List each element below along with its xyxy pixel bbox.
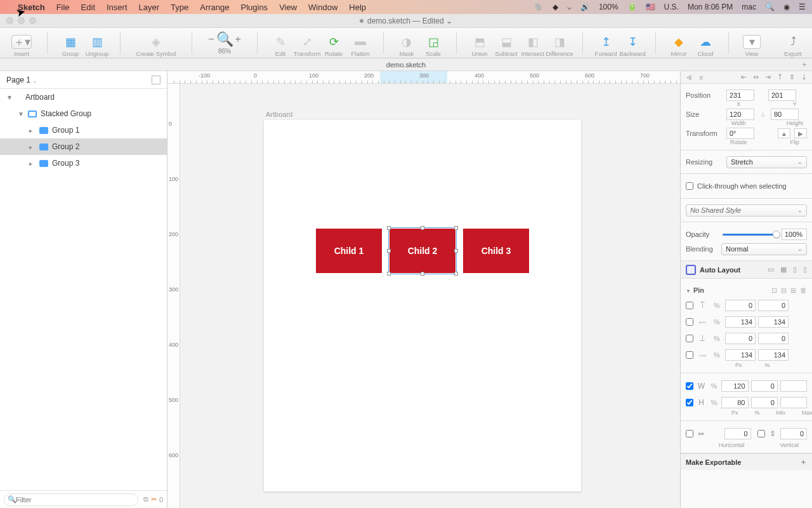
mirror-button[interactable]: ◆Mirror: [666, 29, 691, 57]
align-h-left-icon[interactable]: ⇤: [741, 73, 747, 81]
menu-edit[interactable]: Edit: [81, 3, 95, 12]
pin-top-check[interactable]: [686, 302, 693, 309]
dim-w-max[interactable]: [780, 380, 807, 392]
align-v-bottom-icon[interactable]: ⤓: [801, 73, 807, 81]
rotate-button[interactable]: ⟳Rotate: [321, 29, 346, 57]
wifi-icon[interactable]: ⌵: [567, 3, 572, 11]
pin-top-value2[interactable]: 0: [758, 300, 789, 311]
pin-right-value2[interactable]: 134: [758, 349, 789, 361]
opacity-input[interactable]: [782, 229, 807, 240]
union-button[interactable]: ⬒Union: [467, 29, 492, 57]
pages-dropdown[interactable]: Page 1 ⌄: [0, 71, 167, 89]
dim-w-check[interactable]: [686, 382, 693, 390]
zoom-out-button[interactable]: −: [208, 34, 214, 45]
opacity-slider[interactable]: [723, 234, 776, 236]
group-button[interactable]: ▦Group: [58, 29, 83, 57]
align-h-center-icon[interactable]: ⇔: [753, 73, 759, 81]
title-dropdown-icon[interactable]: ⌄: [446, 17, 452, 25]
layer-group-1[interactable]: ▸Group 1: [0, 122, 167, 138]
dim-h-check[interactable]: [686, 399, 693, 406]
export-button[interactable]: ⤴Export: [780, 29, 806, 57]
align-left-icon[interactable]: ⫷: [686, 74, 693, 81]
blending-select[interactable]: Normal⌄: [721, 243, 807, 255]
pin-right-check[interactable]: [686, 351, 693, 359]
pin-top-value[interactable]: 0: [725, 300, 756, 311]
menu-arrange[interactable]: Arrange: [200, 3, 229, 12]
mask-button[interactable]: ◑Mask: [394, 29, 419, 57]
tab-demo[interactable]: demo.sketch: [386, 61, 426, 69]
height-input[interactable]: [771, 109, 799, 120]
backward-button[interactable]: ↧Backward: [620, 29, 645, 57]
layer-group-2[interactable]: ▸Group 2: [0, 138, 167, 155]
spotlight-icon[interactable]: 🔍: [765, 3, 775, 11]
pin-left-check[interactable]: [686, 318, 693, 326]
flip-v-button[interactable]: ▶: [794, 128, 807, 138]
cloud-button[interactable]: ☁Cloud: [693, 29, 718, 57]
pin-left-value[interactable]: 134: [725, 316, 756, 328]
artboard-label[interactable]: Artboard: [266, 110, 292, 118]
flag-icon[interactable]: 🇺🇸: [646, 3, 655, 11]
artboard[interactable]: Child 1 Child 2 Child 3: [264, 120, 581, 491]
resizing-select[interactable]: Stretch⌄: [726, 156, 807, 168]
align-v-middle-icon[interactable]: ⇕: [789, 73, 795, 81]
layer-group-3[interactable]: ▸Group 3: [0, 155, 167, 171]
menu-type[interactable]: Type: [171, 3, 188, 12]
child-1[interactable]: Child 1: [316, 229, 382, 273]
al-grid-icon[interactable]: ▦: [780, 265, 787, 274]
zoom-in-button[interactable]: +: [235, 34, 241, 45]
battery-icon[interactable]: 🔋: [627, 3, 637, 11]
locale-text[interactable]: U.S.: [664, 3, 679, 11]
zoom-icon[interactable]: 🔍: [216, 31, 233, 48]
pin-bottom-value2[interactable]: 0: [758, 333, 789, 344]
pages-list-icon[interactable]: [152, 76, 160, 84]
al-folder-icon[interactable]: ▭: [768, 265, 774, 274]
dim-h-max[interactable]: [780, 397, 807, 408]
edit-button[interactable]: ✎Edit: [268, 29, 293, 57]
align-v-top-icon[interactable]: ⤒: [777, 73, 783, 81]
pin-preset-1[interactable]: ⊡: [771, 286, 777, 295]
lock-aspect-icon[interactable]: ⟘: [758, 110, 767, 118]
ungroup-button[interactable]: ▥Ungroup: [84, 29, 110, 57]
layer-stacked-group[interactable]: ▼Stacked Group: [0, 105, 167, 122]
pin-trash-icon[interactable]: 🗑: [800, 286, 807, 295]
volume-icon[interactable]: 🔊: [580, 3, 590, 11]
ruler-vertical[interactable]: 0100200300400500600: [167, 84, 180, 508]
child-3[interactable]: Child 3: [463, 229, 529, 273]
menu-layer[interactable]: Layer: [139, 3, 160, 12]
clock[interactable]: Mon 8:06 PM: [688, 3, 733, 11]
ruler-horizontal[interactable]: -1000100200300400500600700: [167, 71, 680, 84]
space-v-value[interactable]: 0: [780, 428, 807, 439]
make-exportable-button[interactable]: Make Exportable＋: [681, 453, 812, 470]
menu-insert[interactable]: Insert: [107, 3, 128, 12]
align-center-icon[interactable]: ≡: [699, 74, 703, 81]
scale-button[interactable]: ◲Scale: [421, 29, 446, 57]
menu-window[interactable]: Window: [308, 3, 337, 12]
position-x-input[interactable]: [726, 90, 754, 101]
dim-h-value[interactable]: 80: [721, 397, 748, 408]
pin-bottom-value[interactable]: 0: [725, 333, 756, 344]
rotate-input[interactable]: [726, 128, 754, 139]
canvas[interactable]: Artboard Child 1 Child 2 Child 3: [180, 84, 680, 508]
al-device2-icon[interactable]: ▯: [803, 265, 807, 274]
menu-help[interactable]: Help: [349, 3, 366, 12]
flip-h-button[interactable]: ▲: [778, 128, 790, 138]
create-symbol-button[interactable]: ◈Create Symbol: [131, 29, 181, 57]
flatten-button[interactable]: ▬Flatten: [348, 29, 373, 57]
forward-button[interactable]: ↥Forward: [593, 29, 619, 57]
filter-slice-icon[interactable]: ✂: [151, 495, 157, 504]
al-device1-icon[interactable]: ▯: [793, 265, 797, 274]
new-tab-button[interactable]: +: [799, 60, 809, 70]
filter-copy-icon[interactable]: ⧉: [143, 495, 148, 504]
diamond-icon[interactable]: ◆: [553, 3, 558, 11]
subtract-button[interactable]: ⬓Subtract: [494, 29, 519, 57]
dim-w-value[interactable]: 120: [721, 380, 748, 392]
pin-bottom-check[interactable]: [686, 335, 693, 342]
notifications-icon[interactable]: ☰: [799, 3, 806, 11]
siri-icon[interactable]: ◉: [783, 3, 790, 11]
width-input[interactable]: [726, 109, 754, 120]
space-h-check[interactable]: [686, 430, 693, 438]
clickthrough-checkbox[interactable]: [686, 182, 693, 190]
pin-left-value2[interactable]: 134: [758, 316, 789, 328]
menu-plugins[interactable]: Plugins: [240, 3, 268, 12]
pin-preset-3[interactable]: ⊞: [790, 286, 796, 295]
